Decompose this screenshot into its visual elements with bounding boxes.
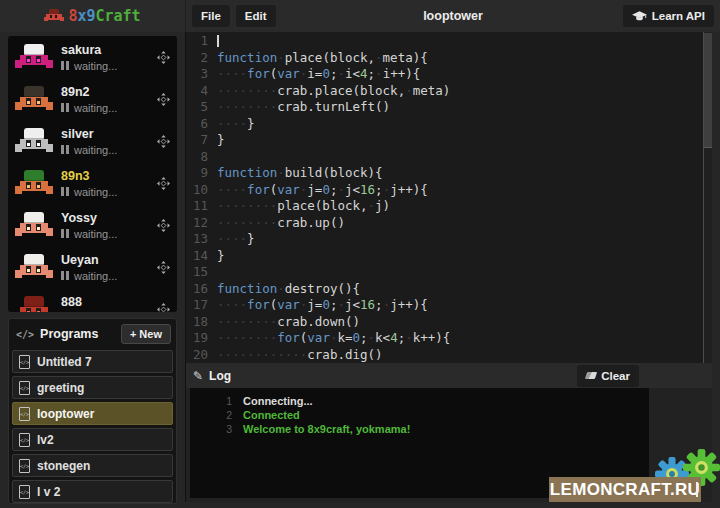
code-line: 17····for(var·j=0;·j<16;·j++){ (186, 297, 712, 314)
player-row[interactable]: 888waiting... (8, 288, 177, 312)
player-row[interactable]: Ueyanwaiting... (8, 246, 177, 288)
program-item[interactable]: </>stonegen (12, 454, 173, 477)
line-number: 13 (186, 231, 217, 248)
line-code: ····for(var·i=0;·i<4;·i++){ (217, 66, 712, 83)
player-info: Yossywaiting... (61, 211, 149, 240)
player-status: waiting... (61, 144, 149, 156)
player-row[interactable]: sakurawaiting... (8, 36, 177, 78)
code-line: 12········crab.up() (186, 215, 712, 232)
log-edit-icon: ✎ (193, 370, 203, 382)
pause-icon (61, 229, 64, 238)
line-number: 3 (186, 66, 217, 83)
status-text: waiting... (74, 186, 117, 198)
status-text: waiting... (74, 144, 117, 156)
log-line-number: 3 (190, 423, 243, 437)
move-icon[interactable] (157, 303, 170, 313)
line-number: 4 (186, 83, 217, 100)
clear-label: Clear (601, 370, 630, 382)
code-line: 18········crab.down() (186, 314, 712, 331)
log-header: ✎ Log Clear (186, 363, 712, 388)
line-code: function·build(block){ (217, 165, 712, 182)
pause-icon (66, 145, 69, 154)
pause-icon (61, 145, 64, 154)
program-file-icon: </> (19, 485, 30, 499)
player-name: 888 (61, 295, 149, 309)
line-code: } (217, 132, 712, 149)
code-line: 19········for(var·k=0;·k<4;·k++){ (186, 330, 712, 347)
line-number: 18 (186, 314, 217, 331)
code-line: 15 (186, 264, 712, 281)
player-row[interactable]: Yossywaiting... (8, 204, 177, 246)
log-entry: 3Welcome to 8x9craft, yokmama! (190, 423, 649, 437)
programs-panel: </> Programs + New </>Untitled 7</>greet… (8, 318, 177, 504)
program-file-icon: </> (19, 355, 30, 369)
program-file-icon: </> (19, 433, 30, 447)
move-icon[interactable] (157, 135, 170, 148)
pause-icon (66, 187, 69, 196)
pause-icon (66, 61, 69, 70)
line-number: 20 (186, 347, 217, 364)
line-number: 1 (186, 33, 217, 50)
logo-part: Craft (95, 7, 140, 25)
code-line: 9function·build(block){ (186, 165, 712, 182)
pause-icon (61, 187, 64, 196)
line-code: ········crab.down() (217, 314, 712, 331)
code-line: 16function·destroy(){ (186, 281, 712, 298)
watermark-caret (696, 482, 698, 497)
program-item[interactable]: </>Untitled 7 (12, 350, 173, 373)
player-name: 89n3 (61, 169, 149, 183)
player-info: 89n2waiting... (61, 85, 149, 114)
line-code: } (217, 248, 712, 265)
pause-icon (66, 103, 69, 112)
line-code: ····for(var·j=0;·j<16;·j++){ (217, 182, 712, 199)
crab-avatar-icon (15, 211, 53, 239)
line-code: ········crab.place(block,·meta) (217, 83, 712, 100)
clear-log-button[interactable]: Clear (577, 365, 639, 387)
line-code: ····for(var·j=0;·j<16;·j++){ (217, 297, 712, 314)
pause-icon (61, 61, 64, 70)
move-icon[interactable] (157, 261, 170, 274)
program-item[interactable]: </>l v 2 (12, 480, 173, 503)
editor-scrollbar[interactable] (703, 32, 712, 363)
line-number: 6 (186, 116, 217, 133)
line-number: 17 (186, 297, 217, 314)
new-program-button[interactable]: + New (121, 324, 171, 344)
line-number: 2 (186, 50, 217, 67)
line-code: function·destroy(){ (217, 281, 712, 298)
line-number: 11 (186, 198, 217, 215)
log-message: Connecting... (243, 395, 313, 409)
program-item[interactable]: </>greeting (12, 376, 173, 399)
file-menu-button[interactable]: File (192, 5, 230, 27)
player-row[interactable]: 89n3waiting... (8, 162, 177, 204)
program-label: stonegen (37, 459, 90, 473)
code-line: 5········crab.turnLeft() (186, 99, 712, 116)
player-status: waiting... (61, 312, 149, 313)
app-window: 8x9Craft File Edit looptower Learn API s… (0, 0, 720, 508)
logo-area: 8x9Craft (0, 0, 185, 32)
edit-menu-button[interactable]: Edit (236, 5, 276, 27)
move-icon[interactable] (157, 51, 170, 64)
player-list: sakurawaiting...89n2waiting...silverwait… (8, 36, 177, 312)
code-line: 11········place(block,·j) (186, 198, 712, 215)
line-code: ········place(block,·j) (217, 198, 712, 215)
code-line: 8 (186, 149, 712, 166)
pause-icon (66, 229, 69, 238)
app-logo: 8x9Craft (44, 7, 140, 25)
scrollbar-thumb[interactable] (704, 33, 712, 148)
code-line: 3····for(var·i=0;·i<4;·i++){ (186, 66, 712, 83)
program-item[interactable]: </>lv2 (12, 428, 173, 451)
move-icon[interactable] (157, 177, 170, 190)
log-entry: 1Connecting... (190, 395, 649, 409)
program-item[interactable]: </>looptower (12, 402, 173, 425)
top-bar: 8x9Craft File Edit looptower Learn API (0, 0, 720, 32)
line-number: 19 (186, 330, 217, 347)
learn-api-button[interactable]: Learn API (623, 5, 714, 27)
player-row[interactable]: 89n2waiting... (8, 78, 177, 120)
player-row[interactable]: silverwaiting... (8, 120, 177, 162)
line-number: 9 (186, 165, 217, 182)
move-icon[interactable] (157, 93, 170, 106)
code-editor[interactable]: 12function·place(block,·meta){3····for(v… (185, 32, 712, 363)
watermark-text: LEMONCRAFT.RU (550, 480, 700, 500)
move-icon[interactable] (157, 219, 170, 232)
code-line: 7} (186, 132, 712, 149)
